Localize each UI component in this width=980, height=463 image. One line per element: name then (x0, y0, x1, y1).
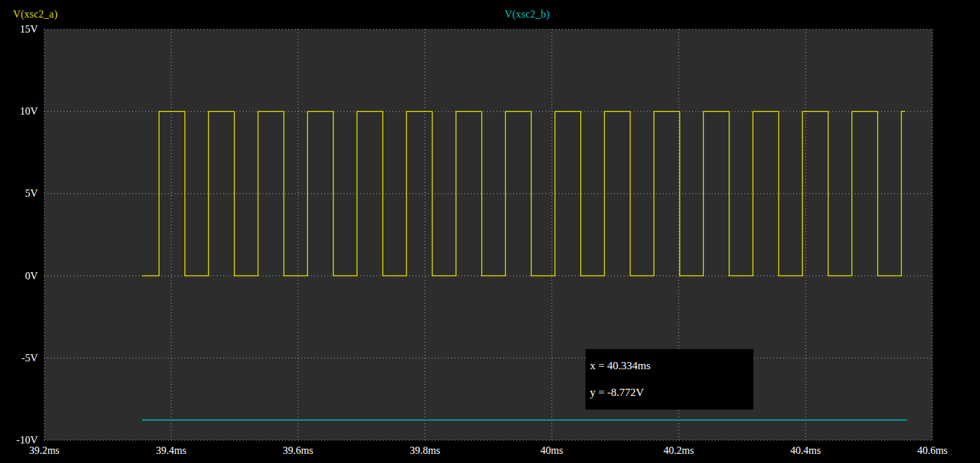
y-tick-label: -5V (0, 352, 38, 365)
x-tick-label: 40.2ms (664, 444, 694, 457)
plot-area[interactable] (0, 0, 980, 463)
y-tick-label: 5V (0, 187, 38, 200)
cursor-x-readout: x = 40.334ms (590, 359, 753, 372)
x-tick-label: 40.4ms (791, 444, 821, 457)
x-tick-label: 39.2ms (29, 444, 60, 457)
y-tick-label: 10V (0, 105, 38, 118)
y-tick-label: 15V (0, 23, 38, 36)
grapher-window: V(xsc2_a) V(xsc2_b) 15V10V5V0V-5V-10V 39… (0, 0, 980, 463)
x-tick-label: 39.4ms (156, 444, 187, 457)
cursor-y-readout: y = -8.772V (590, 386, 753, 399)
x-tick-label: 40ms (540, 444, 563, 457)
y-tick-label: 0V (0, 270, 38, 283)
x-tick-label: 40.6ms (917, 444, 948, 457)
plot-background (44, 29, 932, 440)
x-tick-label: 39.8ms (410, 444, 440, 457)
x-tick-label: 39.6ms (283, 444, 313, 457)
cursor-readout-box: x = 40.334ms y = -8.772V (585, 349, 753, 410)
